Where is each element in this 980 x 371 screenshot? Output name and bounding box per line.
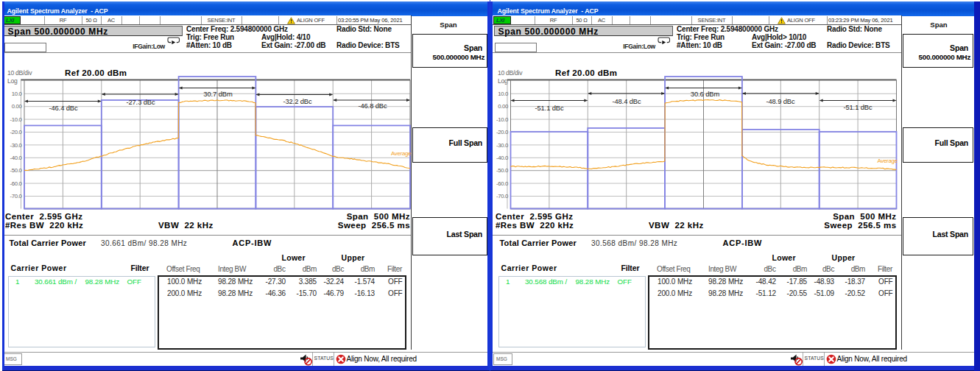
svg-text:-30.0: -30.0 [10,142,23,149]
svg-text:-51.1 dBc: -51.1 dBc [535,104,564,112]
svg-text:-60.0: -60.0 [496,180,509,187]
svg-text:-32.2 dBc: -32.2 dBc [283,97,312,105]
svg-text:0.00: 0.00 [498,103,509,110]
svg-text:-20.0: -20.0 [496,129,509,135]
svg-text:10.0: 10.0 [12,91,23,97]
svg-text:-51.1 dBc: -51.1 dBc [843,103,873,111]
svg-text:-30.0: -30.0 [496,142,509,149]
svg-text:-10.0: -10.0 [496,116,509,123]
svg-text:Average: Average [391,150,412,157]
svg-text:-60.0: -60.0 [10,180,23,187]
svg-text:Average: Average [878,158,898,164]
svg-text:30.6 dBm: 30.6 dBm [691,90,720,98]
svg-text:-50.0: -50.0 [10,167,23,174]
svg-text:30.7 dBm: 30.7 dBm [203,90,233,98]
svg-text:-40.0: -40.0 [496,155,509,161]
svg-text:-46.8 dBc: -46.8 dBc [358,102,387,110]
svg-text:-70.0: -70.0 [10,193,23,199]
svg-text:-10.0: -10.0 [10,116,23,123]
svg-text:-46.4 dBc: -46.4 dBc [49,104,78,112]
svg-text:0.00: 0.00 [12,103,23,110]
svg-text:10.0: 10.0 [498,91,509,97]
svg-text:-48.9 dBc: -48.9 dBc [766,97,795,105]
svg-text:-70.0: -70.0 [496,193,509,199]
svg-text:-27.3 dBc: -27.3 dBc [126,98,155,106]
svg-text:-48.4 dBc: -48.4 dBc [612,97,641,105]
svg-text:-50.0: -50.0 [496,167,509,174]
svg-text:-40.0: -40.0 [10,155,23,161]
svg-text:-20.0: -20.0 [10,129,23,135]
